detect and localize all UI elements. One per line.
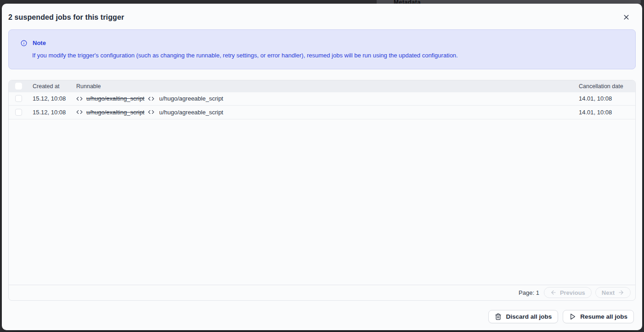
code-icon [76, 109, 83, 115]
close-button[interactable] [621, 11, 632, 23]
suspended-jobs-table: Created at Runnable Cancellation date 15… [8, 80, 636, 301]
info-icon [21, 40, 27, 46]
trash-icon [495, 313, 502, 320]
play-icon [569, 313, 576, 320]
runnable-old-path: u/hugo/exalting_script [86, 109, 144, 116]
table-row: 15.12, 10:08 u/hugo/exalting_script u/hu… [9, 106, 635, 119]
previous-page-button[interactable]: Previous [544, 287, 592, 298]
row-checkbox-cell [9, 109, 33, 116]
header-checkbox-cell [9, 83, 33, 90]
table-row: 15.12, 10:08 u/hugo/exalting_script u/hu… [9, 92, 635, 106]
created-at-cell: 15.12, 10:08 [33, 95, 76, 102]
select-all-checkbox[interactable] [15, 83, 22, 90]
runnable-old-path: u/hugo/exalting_script [86, 95, 144, 102]
arrow-right-icon [618, 289, 624, 296]
note-banner: Note If you modify the trigger's configu… [8, 29, 636, 69]
column-header-cancellation-date: Cancellation date [579, 83, 635, 90]
close-icon [622, 13, 630, 21]
runnable-cell: u/hugo/exalting_script u/hugo/agreeable_… [76, 109, 579, 116]
modal-header: 2 suspended jobs for this trigger [2, 4, 642, 29]
next-page-button[interactable]: Next [595, 287, 631, 298]
runnable-cell: u/hugo/exalting_script u/hugo/agreeable_… [76, 95, 579, 102]
resume-all-jobs-label: Resume all jobs [580, 313, 627, 320]
modal-actions: Discard all jobs Resume all jobs [10, 310, 634, 323]
cancellation-date-cell: 14.01, 10:08 [579, 95, 635, 102]
arrow-left-icon [550, 289, 557, 296]
table-empty-area [9, 119, 635, 285]
note-title-row: Note [21, 39, 623, 46]
note-title: Note [33, 39, 46, 46]
column-header-created-at: Created at [33, 83, 76, 90]
note-body: If you modify the trigger's configuratio… [32, 51, 623, 60]
next-page-label: Next [602, 289, 615, 296]
cancellation-date-cell: 14.01, 10:08 [579, 109, 635, 116]
column-header-runnable: Runnable [76, 83, 579, 90]
row-checkbox[interactable] [15, 109, 22, 116]
runnable-new-path: u/hugo/agreeable_script [159, 95, 223, 102]
page-indicator: Page: 1 [519, 289, 539, 296]
suspended-jobs-modal: 2 suspended jobs for this trigger Note I… [2, 4, 642, 330]
runnable-new-path: u/hugo/agreeable_script [159, 109, 223, 116]
row-checkbox[interactable] [15, 95, 22, 102]
discard-all-jobs-button[interactable]: Discard all jobs [488, 310, 558, 323]
table-header-row: Created at Runnable Cancellation date [9, 80, 635, 92]
created-at-cell: 15.12, 10:08 [33, 109, 76, 116]
table-body: 15.12, 10:08 u/hugo/exalting_script u/hu… [9, 92, 635, 119]
code-icon [148, 109, 154, 115]
modal-title: 2 suspended jobs for this trigger [8, 13, 124, 22]
discard-all-jobs-label: Discard all jobs [506, 313, 552, 320]
row-checkbox-cell [9, 95, 33, 102]
pagination-bar: Page: 1 Previous Next [9, 285, 635, 300]
code-icon [76, 96, 83, 102]
dimmed-page-background: Metadata [0, 0, 644, 4]
previous-page-label: Previous [560, 289, 585, 296]
background-partial-heading: Metadata [394, 0, 421, 4]
code-icon [148, 96, 154, 102]
resume-all-jobs-button[interactable]: Resume all jobs [563, 310, 634, 323]
